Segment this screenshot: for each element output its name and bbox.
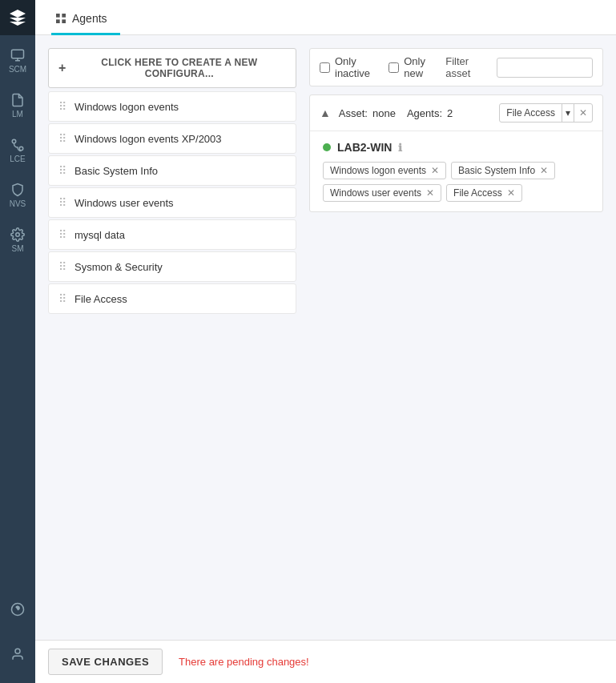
svg-rect-8 [56,19,60,23]
agents-tab[interactable]: Agents [51,4,120,35]
top-nav: Agents [35,0,616,35]
sidebar-lm-label: LM [12,110,23,119]
only-inactive-checkbox[interactable]: Only inactive [320,55,376,79]
right-panel: Only inactive Only new Filter asset ▲ As… [309,48,603,627]
left-panel: + CLICK HERE TO CREATE A NEW CONFIGURA..… [48,48,296,627]
config-item-label: Sysmon & Security [74,261,163,273]
sidebar-sm-label: SM [12,244,24,253]
agents-count: 2 [447,107,453,119]
logo-icon [8,8,27,27]
config-item-windows-user-events[interactable]: ⠿ Windows user events [48,187,296,218]
svg-point-5 [15,649,20,653]
agent-group: ▲ Asset: none Agents: 2 File Access ▾ ✕ [309,94,603,212]
file-access-tag-remove[interactable]: ✕ [574,104,592,122]
sidebar-item-sm[interactable]: SM [0,218,35,263]
content-area: + CLICK HERE TO CREATE A NEW CONFIGURA..… [35,35,616,640]
config-item-windows-logon[interactable]: ⠿ Windows logon events [48,91,296,122]
plus-icon: + [58,61,66,75]
svg-point-3 [16,233,20,237]
tag-basic-system-info: Basic System Info ✕ [451,162,555,179]
agents-label: Agents: [407,107,442,119]
tag-label: Windows user events [330,187,421,199]
tag-windows-user-events: Windows user events ✕ [323,184,441,202]
drag-handle-icon: ⠿ [58,228,66,241]
user-icon [10,647,25,661]
config-item-label: File Access [74,293,127,305]
drag-handle-icon: ⠿ [58,164,66,177]
config-item-mysql-data[interactable]: ⠿ mysql data [48,219,296,250]
filter-asset-label: Filter asset [445,55,484,79]
monitor-icon [10,48,25,62]
tag-remove-windows-logon[interactable]: ✕ [431,165,439,176]
svg-rect-6 [56,14,60,18]
agent-host: LAB2-WIN ℹ [323,141,590,154]
agents-tab-label: Agents [72,12,107,25]
sidebar-bottom [0,587,35,683]
only-new-input[interactable] [389,62,399,73]
asset-label: Asset: [339,107,368,119]
collapse-button[interactable]: ▲ [320,106,331,119]
only-inactive-input[interactable] [320,62,330,73]
tag-label: Windows logon events [330,165,426,176]
svg-rect-7 [62,14,66,18]
drag-handle-icon: ⠿ [58,100,66,113]
svg-rect-9 [62,19,66,23]
settings-icon [10,227,25,242]
tag-remove-windows-user-events[interactable]: ✕ [426,187,434,199]
config-item-file-access[interactable]: ⠿ File Access [48,283,296,314]
tag-label: File Access [453,187,502,199]
drag-handle-icon: ⠿ [58,132,66,145]
drag-handle-icon: ⠿ [58,292,66,305]
tag-remove-basic-system-info[interactable]: ✕ [540,165,548,176]
svg-rect-0 [12,50,24,58]
sidebar-item-lce[interactable]: LCE [0,128,35,173]
save-changes-button[interactable]: SAVE CHANGES [48,649,163,675]
sidebar-item-scm[interactable]: SCM [0,38,35,83]
config-item-windows-logon-xp[interactable]: ⠿ Windows logon events XP/2003 [48,123,296,154]
config-item-sysmon-security[interactable]: ⠿ Sysmon & Security [48,251,296,282]
create-config-button[interactable]: + CLICK HERE TO CREATE A NEW CONFIGURA..… [48,48,296,88]
config-item-label: Basic System Info [74,165,158,177]
sidebar-item-lm[interactable]: LM [0,83,35,128]
filter-bar: Only inactive Only new Filter asset [309,48,603,86]
file-access-tag-arrow[interactable]: ▾ [562,104,574,122]
file-icon [10,93,25,107]
sidebar-item-user[interactable] [0,632,35,677]
config-item-label: Windows logon events XP/2003 [74,133,222,145]
svg-point-2 [12,139,16,143]
agent-hostname: LAB2-WIN [337,141,392,154]
grid-icon [54,12,67,25]
tag-remove-file-access[interactable]: ✕ [507,187,515,199]
sidebar-lce-label: LCE [10,155,25,163]
tag-windows-logon: Windows logon events ✕ [323,162,446,179]
file-access-filter-tag[interactable]: File Access ▾ ✕ [499,103,593,123]
info-icon[interactable]: ℹ [398,142,402,154]
tag-label: Basic System Info [458,165,535,176]
filter-asset-input[interactable] [497,58,593,78]
tag-file-access: File Access ✕ [446,184,522,202]
config-item-basic-system-info[interactable]: ⠿ Basic System Info [48,155,296,186]
help-icon [10,602,25,617]
shield-icon [10,183,25,197]
sidebar-nvs-label: NVS [10,199,26,208]
file-access-tag-label: File Access [500,104,562,122]
agent-tags-row: Windows logon events ✕ Basic System Info… [323,162,590,202]
sidebar-item-nvs[interactable]: NVS [0,173,35,218]
status-dot-online [323,143,331,151]
svg-point-1 [19,147,23,151]
config-item-label: Windows logon events [74,101,179,113]
sidebar-logo[interactable] [0,0,35,35]
sidebar-item-help[interactable] [0,587,35,632]
create-config-label: CLICK HERE TO CREATE A NEW CONFIGURA... [73,57,286,79]
agent-info: Asset: none Agents: 2 [339,107,453,119]
main-content: Agents + CLICK HERE TO CREATE A NEW CONF… [35,0,616,683]
drag-handle-icon: ⠿ [58,196,66,209]
only-new-checkbox[interactable]: Only new [389,55,433,79]
agent-group-header: ▲ Asset: none Agents: 2 File Access ▾ ✕ [310,95,602,131]
sidebar: SCM LM LCE NVS SM [0,0,35,683]
branch-icon [10,138,25,152]
only-inactive-label: Only inactive [335,55,376,79]
sidebar-scm-label: SCM [9,65,26,74]
bottom-bar: SAVE CHANGES There are pending changes! [35,640,616,683]
only-new-label: Only new [404,55,433,79]
